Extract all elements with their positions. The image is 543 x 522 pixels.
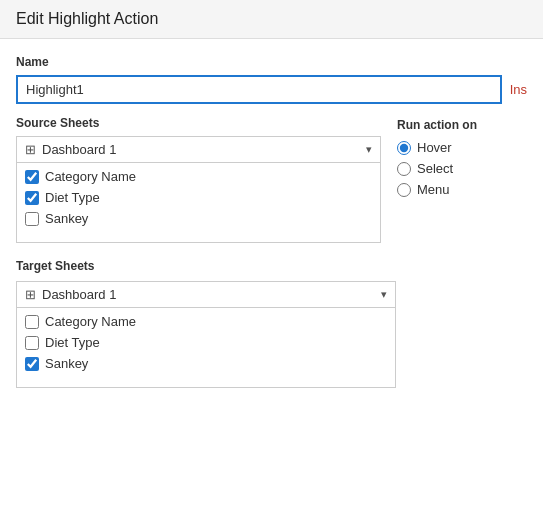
run-action-menu-label: Menu: [417, 182, 450, 197]
source-sheet-checkbox-2[interactable]: [25, 212, 39, 226]
source-sheets-section: Source Sheets ⊞ Dashboard 1 ▾ Category N…: [16, 116, 381, 243]
run-action-hover-label: Hover: [417, 140, 452, 155]
source-sheet-checkbox-1[interactable]: [25, 191, 39, 205]
run-action-label: Run action on: [397, 118, 527, 132]
source-sheets-label: Source Sheets: [16, 116, 381, 130]
target-sheets-label: Target Sheets: [16, 259, 527, 273]
source-and-run-action: Source Sheets ⊞ Dashboard 1 ▾ Category N…: [16, 116, 527, 243]
source-sheet-item-2[interactable]: Sankey: [25, 211, 372, 226]
source-sheets-grid-icon: ⊞: [25, 142, 36, 157]
source-sheet-item-1-label: Diet Type: [45, 190, 100, 205]
page-title: Edit Highlight Action: [16, 10, 527, 28]
run-action-hover[interactable]: Hover: [397, 140, 527, 155]
target-sheets-list: Category Name Diet Type Sankey: [16, 308, 396, 388]
target-sheet-item-2-label: Sankey: [45, 356, 88, 371]
body: Name Ins Source Sheets ⊞ Dashboard 1 ▾: [0, 39, 543, 404]
source-sheets-chevron-down-icon: ▾: [366, 143, 372, 156]
target-sheet-item-0-label: Category Name: [45, 314, 136, 329]
target-sheet-item-1[interactable]: Diet Type: [25, 335, 387, 350]
page-container: Edit Highlight Action Name Ins Source Sh…: [0, 0, 543, 522]
ins-link[interactable]: Ins: [510, 82, 527, 97]
source-sheet-item-2-label: Sankey: [45, 211, 88, 226]
header: Edit Highlight Action: [0, 0, 543, 39]
source-sheet-checkbox-0[interactable]: [25, 170, 39, 184]
target-sheet-checkbox-2[interactable]: [25, 357, 39, 371]
run-action-menu-radio[interactable]: [397, 183, 411, 197]
target-sheet-checkbox-1[interactable]: [25, 336, 39, 350]
source-sheets-list: Category Name Diet Type Sankey: [16, 163, 381, 243]
run-action-hover-radio[interactable]: [397, 141, 411, 155]
target-sheet-checkbox-0[interactable]: [25, 315, 39, 329]
target-sheet-item-2[interactable]: Sankey: [25, 356, 387, 371]
source-sheet-item-0[interactable]: Category Name: [25, 169, 372, 184]
target-sheets-section: Target Sheets ⊞ Dashboard 1 ▾ Category N…: [16, 259, 527, 388]
run-action-select-radio[interactable]: [397, 162, 411, 176]
run-action-menu[interactable]: Menu: [397, 182, 527, 197]
source-sheet-item-1[interactable]: Diet Type: [25, 190, 372, 205]
run-action-select[interactable]: Select: [397, 161, 527, 176]
run-action-select-label: Select: [417, 161, 453, 176]
name-label: Name: [16, 55, 527, 69]
source-sheets-dropdown[interactable]: ⊞ Dashboard 1 ▾: [16, 136, 381, 163]
name-section: Name Ins: [16, 55, 527, 104]
target-sheets-grid-icon: ⊞: [25, 287, 36, 302]
target-sheet-item-1-label: Diet Type: [45, 335, 100, 350]
name-input[interactable]: [16, 75, 502, 104]
run-action-section: Run action on Hover Select Menu: [397, 116, 527, 203]
source-sheet-item-0-label: Category Name: [45, 169, 136, 184]
target-sheet-item-0[interactable]: Category Name: [25, 314, 387, 329]
target-sheets-dropdown[interactable]: ⊞ Dashboard 1 ▾: [16, 281, 396, 308]
source-sheets-dropdown-value: Dashboard 1: [42, 142, 366, 157]
name-row: Ins: [16, 75, 527, 104]
target-sheets-chevron-down-icon: ▾: [381, 288, 387, 301]
target-sheets-dropdown-value: Dashboard 1: [42, 287, 381, 302]
